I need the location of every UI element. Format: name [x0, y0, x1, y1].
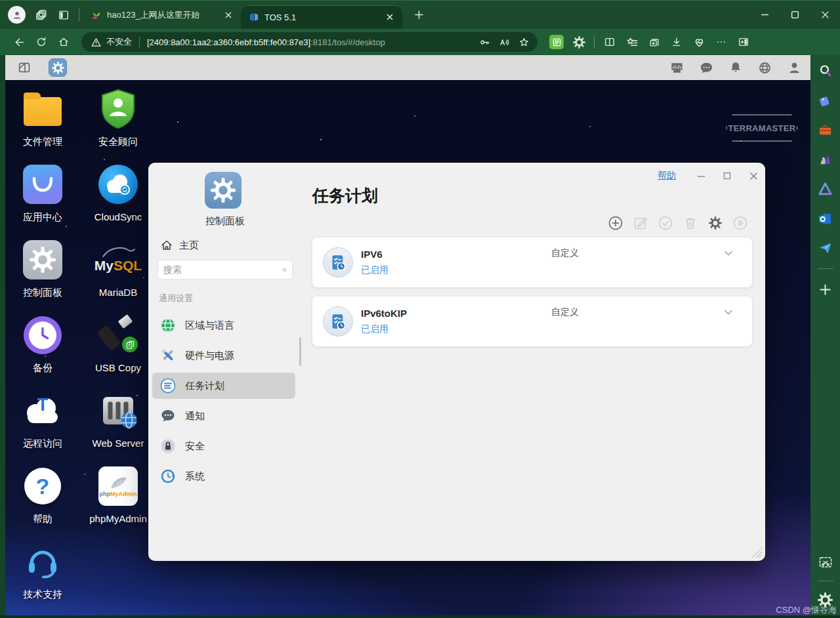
- tab-tos[interactable]: TOS 5.1: [241, 5, 402, 29]
- home-icon: [160, 239, 173, 252]
- desktop-icon-usb-copy[interactable]: USB Copy: [86, 314, 150, 373]
- window-border: [0, 55, 5, 618]
- chat-bubble-icon: [160, 408, 176, 424]
- task-schedule-icon: [323, 306, 353, 337]
- language-globe-icon[interactable]: [758, 61, 772, 75]
- sidebar-outlook-icon[interactable]: [816, 209, 835, 228]
- window-maximize-icon[interactable]: [719, 168, 735, 184]
- refresh-icon[interactable]: [30, 31, 52, 53]
- tab-actions-icon[interactable]: [52, 4, 75, 26]
- sidebar-toolbox-icon[interactable]: [816, 121, 835, 139]
- collections-icon[interactable]: [643, 31, 665, 53]
- user-account-icon[interactable]: [788, 61, 801, 75]
- help-link[interactable]: 帮助: [658, 170, 676, 182]
- delete-task-icon[interactable]: [682, 215, 698, 231]
- search-box[interactable]: [158, 260, 293, 279]
- screenshot-icon[interactable]: [816, 553, 835, 571]
- task-schedule-icon: [323, 247, 353, 278]
- messages-icon[interactable]: [700, 61, 713, 75]
- desktop-icon-app-center[interactable]: 应用中心: [10, 163, 75, 224]
- desktop-icon-file-manager[interactable]: 文件管理: [10, 88, 75, 148]
- close-button[interactable]: [810, 1, 840, 30]
- add-task-icon[interactable]: [608, 215, 623, 231]
- edit-task-icon[interactable]: [633, 215, 648, 231]
- maximize-button[interactable]: [780, 1, 810, 30]
- sidebar-office-icon[interactable]: [816, 180, 835, 198]
- sidebar-item-notifications[interactable]: 通知: [152, 403, 295, 429]
- favorite-star-icon[interactable]: [514, 32, 534, 52]
- desktop-icon-control-panel[interactable]: 控制面板: [10, 239, 75, 299]
- tab-close-icon[interactable]: [384, 11, 396, 23]
- window-controls: [749, 1, 840, 30]
- task-settings-icon[interactable]: [707, 215, 723, 231]
- back-icon[interactable]: [8, 31, 30, 53]
- control-panel-app-name: 控制面板: [148, 215, 302, 228]
- desktop-icon-remote-access[interactable]: T 远程访问: [10, 390, 75, 450]
- question-icon: ?: [24, 468, 61, 505]
- sidebar-add-icon[interactable]: [816, 280, 835, 299]
- system-clock-icon: [160, 468, 176, 484]
- desktop-icon-security-advisor[interactable]: 安全顾问: [86, 88, 150, 148]
- task-status: 已启用: [361, 323, 551, 335]
- extension-green-icon[interactable]: [545, 31, 568, 53]
- search-input[interactable]: [163, 264, 282, 275]
- profile-avatar-icon[interactable]: [8, 6, 26, 24]
- password-key-icon[interactable]: [474, 32, 494, 52]
- workspaces-icon[interactable]: [30, 4, 52, 26]
- sidebar-item-home[interactable]: 主页: [160, 239, 199, 252]
- sidebar-item-task-scheduler[interactable]: 任务计划: [152, 373, 295, 399]
- address-field[interactable]: 不安全 [2409:8a00:1aa2:a360:6ebf:b5ff:fe00:…: [81, 32, 537, 52]
- sidebar-item-region-language[interactable]: 区域与语言: [152, 312, 295, 339]
- downloads-icon[interactable]: [665, 31, 688, 53]
- run-task-icon[interactable]: [732, 215, 748, 231]
- favorites-list-icon[interactable]: [621, 31, 643, 53]
- search-icon[interactable]: [282, 264, 287, 276]
- control-panel-window: 帮助 控制面板 主页 通用设置: [148, 163, 765, 561]
- browser-essentials-icon[interactable]: [688, 31, 710, 53]
- chevron-down-icon[interactable]: [723, 248, 752, 261]
- split-screen-icon[interactable]: [598, 31, 621, 53]
- read-aloud-icon[interactable]: [494, 32, 514, 52]
- show-desktop-icon[interactable]: [14, 58, 34, 77]
- resource-monitor-icon[interactable]: [670, 61, 684, 75]
- settings-more-icon[interactable]: [710, 31, 732, 53]
- wallpaper-stars: [5, 80, 7, 81]
- minimize-button[interactable]: [749, 1, 780, 30]
- window-minimize-icon[interactable]: [693, 168, 709, 184]
- taskbar-control-panel-button[interactable]: [49, 58, 67, 77]
- tab-title: hao123_上网从这里开始: [107, 9, 217, 21]
- task-row-ipv6[interactable]: IPV6 已启用 自定义: [312, 237, 752, 287]
- app-store-icon: [23, 165, 62, 204]
- home-icon[interactable]: [52, 31, 75, 53]
- sidebar-item-security[interactable]: 安全: [152, 433, 295, 459]
- sidebar-item-hardware-power[interactable]: 硬件与电源: [152, 342, 295, 369]
- tab-hao123[interactable]: hao123_上网从这里开始: [83, 1, 241, 30]
- notifications-bell-icon[interactable]: [729, 61, 742, 74]
- desktop-icon-phpmyadmin[interactable]: phpMyAdmin phpMyAdmin: [86, 465, 150, 524]
- window-close-icon[interactable]: [746, 168, 761, 184]
- sidebar-drop-icon[interactable]: [816, 239, 835, 257]
- desktop-icon-backup[interactable]: 备份: [10, 314, 75, 375]
- new-tab-button[interactable]: [408, 4, 430, 26]
- sidebar-toggle-icon[interactable]: [732, 31, 755, 53]
- desktop-icon-mariadb[interactable]: MySQL MariaDB: [86, 239, 150, 298]
- task-row-ipv6tokip[interactable]: IPv6toKIP 已启用 自定义: [312, 297, 752, 346]
- sidebar-search-icon[interactable]: [816, 62, 835, 80]
- sidebar-scrollbar[interactable]: [299, 337, 301, 366]
- desktop-icon-tech-support[interactable]: 技术支持: [10, 541, 75, 601]
- desktop-icon-cloudsync[interactable]: CloudSync: [86, 163, 150, 222]
- extensions-icon[interactable]: [568, 31, 590, 53]
- enable-task-icon[interactable]: [658, 215, 673, 231]
- desktop-icon-help[interactable]: ? 帮助: [10, 465, 75, 525]
- window-resize-grip[interactable]: [751, 546, 762, 558]
- sidebar-games-icon[interactable]: [816, 150, 835, 169]
- tab-close-icon[interactable]: [222, 9, 234, 21]
- tos-favicon-icon: [249, 12, 259, 22]
- mysql-logo: MySQL: [97, 239, 139, 281]
- tos-status-icons: [670, 61, 801, 75]
- task-name: IPv6toKIP: [361, 308, 551, 319]
- chevron-down-icon[interactable]: [723, 307, 752, 320]
- sidebar-item-system[interactable]: 系统: [152, 463, 295, 489]
- desktop-icon-web-server[interactable]: Web Server: [86, 390, 150, 449]
- sidebar-shopping-icon[interactable]: [816, 91, 835, 110]
